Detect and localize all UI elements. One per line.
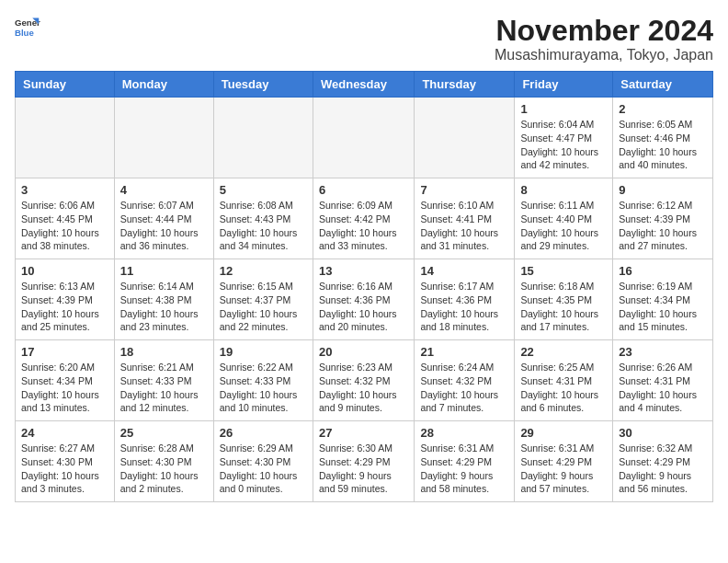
day-info: Sunrise: 6:07 AMSunset: 4:44 PMDaylight:…: [120, 199, 208, 253]
calendar-cell: [213, 98, 313, 178]
calendar-cell: 30Sunrise: 6:32 AMSunset: 4:29 PMDayligh…: [613, 421, 713, 502]
day-info: Sunrise: 6:20 AMSunset: 4:34 PMDaylight:…: [21, 361, 108, 415]
calendar-cell: 19Sunrise: 6:22 AMSunset: 4:33 PMDayligh…: [213, 340, 313, 421]
calendar-cell: [415, 98, 515, 178]
calendar-cell: 15Sunrise: 6:18 AMSunset: 4:35 PMDayligh…: [515, 259, 613, 340]
column-header-tuesday: Tuesday: [213, 72, 313, 98]
calendar-cell: 18Sunrise: 6:21 AMSunset: 4:33 PMDayligh…: [114, 340, 213, 421]
day-number: 28: [420, 426, 508, 440]
calendar-cell: 16Sunrise: 6:19 AMSunset: 4:34 PMDayligh…: [613, 259, 713, 340]
calendar-cell: 6Sunrise: 6:09 AMSunset: 4:42 PMDaylight…: [313, 178, 414, 259]
calendar-table: SundayMondayTuesdayWednesdayThursdayFrid…: [15, 71, 713, 502]
calendar-cell: [16, 98, 115, 178]
day-number: 13: [319, 264, 408, 278]
location-subtitle: Musashimurayama, Tokyo, Japan: [495, 47, 713, 63]
day-info: Sunrise: 6:23 AMSunset: 4:32 PMDaylight:…: [319, 361, 408, 415]
day-number: 20: [319, 345, 408, 359]
day-info: Sunrise: 6:25 AMSunset: 4:31 PMDaylight:…: [520, 361, 607, 415]
column-header-monday: Monday: [114, 72, 213, 98]
day-number: 12: [220, 264, 307, 278]
day-number: 17: [21, 345, 108, 359]
column-header-thursday: Thursday: [415, 72, 515, 98]
column-header-wednesday: Wednesday: [313, 72, 414, 98]
calendar-cell: 9Sunrise: 6:12 AMSunset: 4:39 PMDaylight…: [613, 178, 713, 259]
day-info: Sunrise: 6:16 AMSunset: 4:36 PMDaylight:…: [319, 280, 408, 334]
calendar-cell: 2Sunrise: 6:05 AMSunset: 4:46 PMDaylight…: [613, 98, 713, 178]
column-header-friday: Friday: [515, 72, 613, 98]
calendar-cell: 13Sunrise: 6:16 AMSunset: 4:36 PMDayligh…: [313, 259, 414, 340]
week-row-1: 1Sunrise: 6:04 AMSunset: 4:47 PMDaylight…: [16, 98, 713, 178]
day-number: 1: [520, 102, 607, 116]
day-info: Sunrise: 6:18 AMSunset: 4:35 PMDaylight:…: [520, 280, 607, 334]
day-info: Sunrise: 6:13 AMSunset: 4:39 PMDaylight:…: [21, 280, 108, 334]
day-info: Sunrise: 6:04 AMSunset: 4:47 PMDaylight:…: [520, 118, 607, 172]
calendar-cell: [114, 98, 213, 178]
day-number: 7: [420, 183, 508, 197]
day-number: 14: [420, 264, 508, 278]
title-block: November 2024 Musashimurayama, Tokyo, Ja…: [495, 15, 713, 63]
day-info: Sunrise: 6:29 AMSunset: 4:30 PMDaylight:…: [220, 442, 307, 496]
day-info: Sunrise: 6:19 AMSunset: 4:34 PMDaylight:…: [619, 280, 707, 334]
day-info: Sunrise: 6:27 AMSunset: 4:30 PMDaylight:…: [21, 442, 108, 496]
day-info: Sunrise: 6:21 AMSunset: 4:33 PMDaylight:…: [120, 361, 208, 415]
svg-text:Blue: Blue: [15, 28, 34, 38]
logo: General Blue: [15, 15, 40, 40]
calendar-cell: 1Sunrise: 6:04 AMSunset: 4:47 PMDaylight…: [515, 98, 613, 178]
calendar-cell: 22Sunrise: 6:25 AMSunset: 4:31 PMDayligh…: [515, 340, 613, 421]
calendar-cell: 21Sunrise: 6:24 AMSunset: 4:32 PMDayligh…: [415, 340, 515, 421]
day-number: 27: [319, 426, 408, 440]
day-info: Sunrise: 6:30 AMSunset: 4:29 PMDaylight:…: [319, 442, 408, 496]
day-info: Sunrise: 6:22 AMSunset: 4:33 PMDaylight:…: [220, 361, 307, 415]
week-row-3: 10Sunrise: 6:13 AMSunset: 4:39 PMDayligh…: [16, 259, 713, 340]
day-number: 30: [619, 426, 707, 440]
calendar-cell: 24Sunrise: 6:27 AMSunset: 4:30 PMDayligh…: [16, 421, 115, 502]
calendar-cell: 12Sunrise: 6:15 AMSunset: 4:37 PMDayligh…: [213, 259, 313, 340]
calendar-header-row: SundayMondayTuesdayWednesdayThursdayFrid…: [16, 72, 713, 98]
day-number: 4: [120, 183, 208, 197]
day-info: Sunrise: 6:17 AMSunset: 4:36 PMDaylight:…: [420, 280, 508, 334]
day-number: 18: [120, 345, 208, 359]
day-info: Sunrise: 6:28 AMSunset: 4:30 PMDaylight:…: [120, 442, 208, 496]
month-title: November 2024: [495, 15, 713, 47]
day-number: 25: [120, 426, 208, 440]
day-number: 24: [21, 426, 108, 440]
day-info: Sunrise: 6:05 AMSunset: 4:46 PMDaylight:…: [619, 118, 707, 172]
day-number: 19: [220, 345, 307, 359]
calendar-cell: 10Sunrise: 6:13 AMSunset: 4:39 PMDayligh…: [16, 259, 115, 340]
calendar-cell: 26Sunrise: 6:29 AMSunset: 4:30 PMDayligh…: [213, 421, 313, 502]
day-info: Sunrise: 6:12 AMSunset: 4:39 PMDaylight:…: [619, 199, 707, 253]
day-number: 11: [120, 264, 208, 278]
day-number: 21: [420, 345, 508, 359]
calendar-cell: 29Sunrise: 6:31 AMSunset: 4:29 PMDayligh…: [515, 421, 613, 502]
calendar-cell: 28Sunrise: 6:31 AMSunset: 4:29 PMDayligh…: [415, 421, 515, 502]
day-number: 6: [319, 183, 408, 197]
day-number: 10: [21, 264, 108, 278]
day-number: 29: [520, 426, 607, 440]
calendar-cell: 11Sunrise: 6:14 AMSunset: 4:38 PMDayligh…: [114, 259, 213, 340]
day-info: Sunrise: 6:15 AMSunset: 4:37 PMDaylight:…: [220, 280, 307, 334]
column-header-saturday: Saturday: [613, 72, 713, 98]
day-number: 5: [220, 183, 307, 197]
day-info: Sunrise: 6:11 AMSunset: 4:40 PMDaylight:…: [520, 199, 607, 253]
calendar-cell: 8Sunrise: 6:11 AMSunset: 4:40 PMDaylight…: [515, 178, 613, 259]
day-info: Sunrise: 6:26 AMSunset: 4:31 PMDaylight:…: [619, 361, 707, 415]
day-info: Sunrise: 6:08 AMSunset: 4:43 PMDaylight:…: [220, 199, 307, 253]
calendar-cell: 5Sunrise: 6:08 AMSunset: 4:43 PMDaylight…: [213, 178, 313, 259]
day-info: Sunrise: 6:31 AMSunset: 4:29 PMDaylight:…: [420, 442, 508, 496]
calendar-cell: 7Sunrise: 6:10 AMSunset: 4:41 PMDaylight…: [415, 178, 515, 259]
day-info: Sunrise: 6:31 AMSunset: 4:29 PMDaylight:…: [520, 442, 607, 496]
calendar-cell: 4Sunrise: 6:07 AMSunset: 4:44 PMDaylight…: [114, 178, 213, 259]
calendar-cell: 14Sunrise: 6:17 AMSunset: 4:36 PMDayligh…: [415, 259, 515, 340]
day-info: Sunrise: 6:32 AMSunset: 4:29 PMDaylight:…: [619, 442, 707, 496]
week-row-4: 17Sunrise: 6:20 AMSunset: 4:34 PMDayligh…: [16, 340, 713, 421]
day-number: 16: [619, 264, 707, 278]
day-info: Sunrise: 6:10 AMSunset: 4:41 PMDaylight:…: [420, 199, 508, 253]
calendar-cell: 3Sunrise: 6:06 AMSunset: 4:45 PMDaylight…: [16, 178, 115, 259]
calendar-cell: 25Sunrise: 6:28 AMSunset: 4:30 PMDayligh…: [114, 421, 213, 502]
day-info: Sunrise: 6:14 AMSunset: 4:38 PMDaylight:…: [120, 280, 208, 334]
calendar-cell: 20Sunrise: 6:23 AMSunset: 4:32 PMDayligh…: [313, 340, 414, 421]
calendar-cell: 27Sunrise: 6:30 AMSunset: 4:29 PMDayligh…: [313, 421, 414, 502]
day-number: 2: [619, 102, 707, 116]
calendar-cell: 17Sunrise: 6:20 AMSunset: 4:34 PMDayligh…: [16, 340, 115, 421]
day-info: Sunrise: 6:24 AMSunset: 4:32 PMDaylight:…: [420, 361, 508, 415]
